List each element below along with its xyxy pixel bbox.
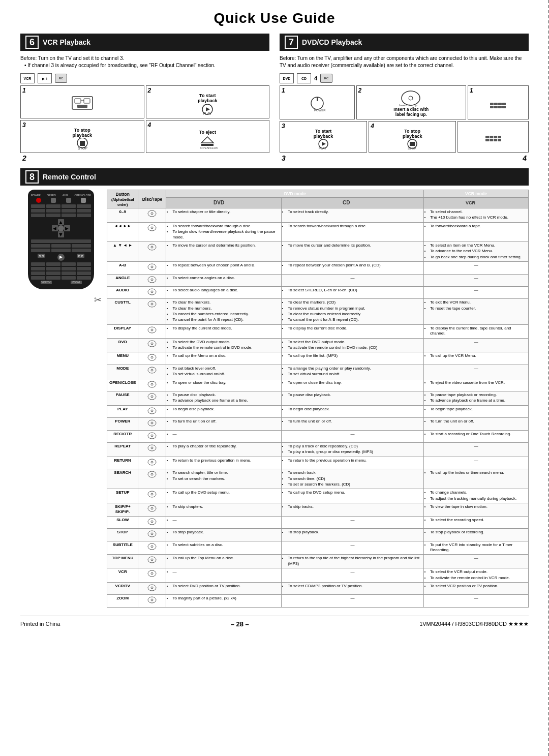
svg-point-53 xyxy=(148,394,156,400)
vcr-func-cell: To turn the unit on or off. xyxy=(423,418,528,430)
dpad-down[interactable]: ▼ xyxy=(58,231,64,237)
fwd-btn[interactable]: ►► xyxy=(77,254,84,258)
vcr-func-cell: To select the VCR output mode.To activat… xyxy=(423,568,528,583)
power-btn[interactable] xyxy=(36,198,41,203)
svg-point-65 xyxy=(148,471,156,477)
svg-point-17 xyxy=(402,91,420,105)
dvd-step-1b: 1 xyxy=(468,85,529,119)
table-row: SEARCHTo search chapter, title or time.T… xyxy=(107,469,529,489)
function-table: Button(Alphabetical order) Disc/Tape DVD… xyxy=(107,190,529,608)
table-row: ANGLETo select camera angles on a disc.—… xyxy=(107,274,529,286)
svg-point-42 xyxy=(151,303,153,305)
vcrtv-btn[interactable]: VCR/TV xyxy=(41,281,52,284)
zoom-btn[interactable]: ZOOM xyxy=(71,281,82,284)
vcr-step-4: 4 To eject OPEN/CLOSE EJECT xyxy=(146,120,270,153)
dvd-step-1: 1 POWER xyxy=(280,85,355,119)
svg-point-61 xyxy=(148,445,156,451)
open-close-btn[interactable] xyxy=(81,198,86,203)
dvd-func-cell: To open or close the disc tray. xyxy=(166,379,282,391)
play-btn[interactable]: ▶ xyxy=(57,254,65,261)
dvd-play-icon: PLAY xyxy=(316,139,331,150)
vcr-section: 6 VCR Playback Before: Turn on the TV an… xyxy=(20,34,269,162)
vcr-logo-table: VCR xyxy=(466,199,486,206)
vcr-play-icon: PLAY xyxy=(200,103,215,116)
speed-btn[interactable] xyxy=(51,198,56,203)
table-row: REC/OTR——To start a recording or One Tou… xyxy=(107,430,529,442)
button-cell: VCR xyxy=(107,568,138,583)
remote-section: 8 Remote Control POWER SPEED AUG OPEN/CL… xyxy=(20,168,529,608)
svg-point-82 xyxy=(151,587,153,589)
button-cell: ◄◄ ►► xyxy=(107,222,138,241)
remote-image-col: POWER SPEED AUG OPEN/CLOSE xyxy=(20,190,102,608)
svg-point-18 xyxy=(409,96,413,100)
button-cell: DISPLAY xyxy=(107,324,138,338)
vcr-func-cell: — xyxy=(423,595,528,607)
vcr-mode-header: VCR mode xyxy=(423,190,528,198)
vcr-icon: VCR xyxy=(20,73,35,83)
dvd-func-cell: To move the cursor and determine its pos… xyxy=(166,241,282,261)
dvd-remote-buttons2 xyxy=(485,136,501,141)
button-cell: SEARCH xyxy=(107,469,138,489)
svg-point-74 xyxy=(151,533,153,535)
dvd-func-cell: To pause disc playback.To advance playba… xyxy=(166,391,282,405)
rew-btn[interactable]: ◄◄ xyxy=(38,254,45,258)
svg-point-33 xyxy=(148,244,156,250)
footer-right: 1VMN20444 / H9803CD/H980DCD ★★★★ xyxy=(419,621,529,627)
footer: Printed in China – 28 – 1VMN20444 / H980… xyxy=(20,616,529,628)
svg-point-48 xyxy=(151,356,153,358)
cd-func-cell: To arrange the playing order or play ran… xyxy=(282,365,424,379)
dvd-func-cell: To call up the DVD setup menu. xyxy=(166,489,282,503)
dpad-left[interactable]: ◄ xyxy=(52,225,58,231)
svg-text:PLAY: PLAY xyxy=(203,112,212,115)
svg-point-64 xyxy=(151,461,153,463)
svg-point-39 xyxy=(148,289,156,295)
vcr-func-cell: To pause tape playback or recording.To a… xyxy=(423,391,528,405)
svg-point-78 xyxy=(151,559,153,561)
button-cell: OPEN/CLOSE xyxy=(107,379,138,391)
vcr-remote-mini: RC xyxy=(55,74,67,83)
disc-cell xyxy=(138,222,166,241)
dpad-right[interactable]: ► xyxy=(64,225,70,231)
dpad-center[interactable] xyxy=(58,225,64,231)
svg-point-54 xyxy=(151,396,153,398)
table-row: ◄◄ ►►To search forward/backward through … xyxy=(107,222,529,241)
cd-func-cell: — xyxy=(282,568,424,583)
disc-cell xyxy=(138,379,166,391)
vcr-func-cell: To eject the video cassette from the VCR… xyxy=(423,379,528,391)
scissors-icon: ✂ xyxy=(20,294,102,306)
disc-cell xyxy=(138,391,166,405)
button-cell: MENU xyxy=(107,352,138,365)
vcr-step-3: 3 To stopplayback STOP xyxy=(20,120,144,153)
remote-section-number: 8 xyxy=(25,170,39,184)
dvd-func-cell: To begin disc playback. xyxy=(166,405,282,417)
dvd-step-remote2 xyxy=(458,121,529,153)
table-row: A-BTo repeat between your chosen point A… xyxy=(107,262,529,274)
vcr-func-cell: — xyxy=(423,555,528,568)
table-row: REPEATTo play a chapter or title repeate… xyxy=(107,442,529,457)
disc-cell xyxy=(138,503,166,517)
cd-func-cell: To call up the file list. (MP3) xyxy=(282,352,424,365)
cd-func-cell: To display the current disc mode. xyxy=(282,324,424,338)
svg-point-66 xyxy=(151,473,153,475)
remote-mid-grid xyxy=(31,239,91,252)
svg-rect-4 xyxy=(77,105,87,108)
top-sections: 6 VCR Playback Before: Turn on the TV an… xyxy=(20,34,529,162)
dvd-func-cell: To stop playback. xyxy=(166,529,282,541)
button-cell: TOP MENU xyxy=(107,555,138,568)
cd-func-cell: To select STEREO, L-ch or R-ch. (CD) xyxy=(282,286,424,298)
svg-text:DVD: DVD xyxy=(214,200,224,205)
svg-point-50 xyxy=(151,369,153,371)
dpad-up[interactable]: ▲ xyxy=(58,219,64,225)
cd-func-cell: To turn the unit on or off. xyxy=(282,418,424,430)
dvd-func-cell: — xyxy=(166,430,282,442)
table-row: ZOOMTo magnify part of a picture. (x2,x4… xyxy=(107,595,529,607)
dvd-remote-mini: RC xyxy=(320,74,332,83)
svg-point-35 xyxy=(148,264,156,270)
remote-section-header: 8 Remote Control xyxy=(20,168,529,186)
button-cell: SUBTITLE xyxy=(107,541,138,555)
audio-btn[interactable] xyxy=(66,198,71,203)
cd-func-cell: — xyxy=(282,516,424,528)
table-row: STOPTo stop playback.To stop playback.To… xyxy=(107,529,529,541)
table-row: MENUTo call up the Menu on a disc.To cal… xyxy=(107,352,529,365)
vcr-func-cell: To begin tape playback. xyxy=(423,405,528,417)
